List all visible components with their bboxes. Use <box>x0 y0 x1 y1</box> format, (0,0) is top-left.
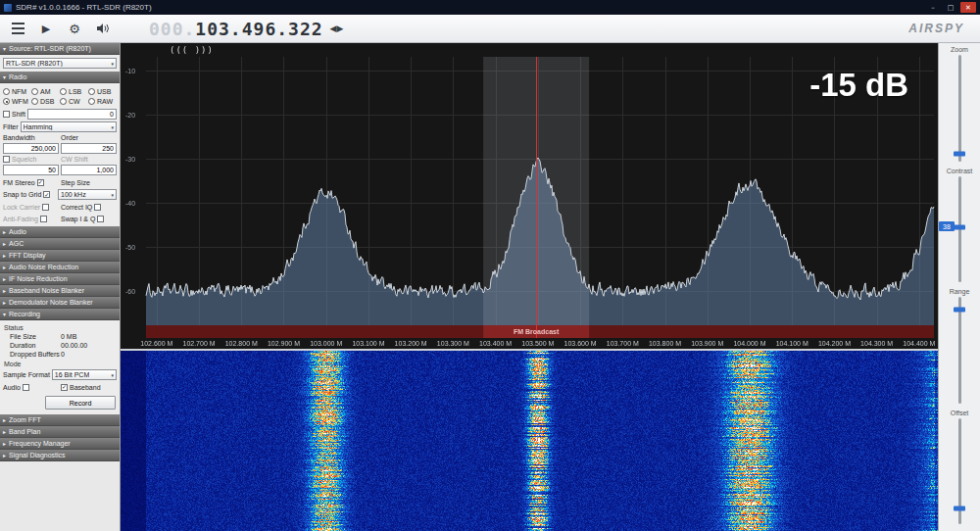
offset-slider[interactable] <box>958 418 961 525</box>
panel-header-signal-diagnostics[interactable]: ▸Signal Diagnostics <box>0 450 120 461</box>
panel-header-fft-display[interactable]: ▸FFT Display <box>0 250 120 262</box>
correct-iq-checkbox[interactable] <box>94 204 101 211</box>
zoom-slider-handle[interactable] <box>954 151 965 156</box>
mode-wfm[interactable]: WFM <box>3 98 31 105</box>
filter-dropdown[interactable]: Hamming ▾ <box>21 121 117 132</box>
bandwidth-order-labels: Bandwidth Order <box>0 133 120 142</box>
recording-panel-body: Status File Size 0 MB Duration 00.00.00 … <box>0 320 120 414</box>
mode-raw[interactable]: RAW <box>88 98 117 105</box>
mode-nfm[interactable]: NFM <box>3 88 31 95</box>
squelch-input[interactable] <box>3 165 59 175</box>
baseband-record-checkbox[interactable] <box>61 384 68 391</box>
maximize-button[interactable]: □ <box>943 2 958 13</box>
step-size-dropdown[interactable]: 100 kHz ▾ <box>58 189 117 200</box>
fm-stereo-checkbox[interactable] <box>37 179 44 186</box>
status-section-label: Status <box>0 322 120 332</box>
snap-to-grid-label: Snap to Grid <box>3 191 41 198</box>
window-title: SDR# v1.0.0.1666 - RTL-SDR (R820T) <box>16 3 152 12</box>
minimize-button[interactable]: – <box>925 2 941 13</box>
mode-label: CW <box>69 98 80 105</box>
record-button-row: Record <box>0 393 120 412</box>
contrast-slider-handle[interactable] <box>954 224 965 229</box>
mode-dsb[interactable]: DSB <box>31 98 60 105</box>
shift-checkbox[interactable] <box>3 111 10 118</box>
audio-record-label: Audio <box>3 384 21 391</box>
audio-record-checkbox[interactable] <box>23 384 29 391</box>
shift-row: Shift <box>0 108 120 121</box>
sample-format-label: Sample Format <box>3 371 50 378</box>
panel-header-audio-noise-reduction[interactable]: ▸Audio Noise Reduction <box>0 262 120 273</box>
audio-baseband-row: Audio Baseband <box>0 381 120 393</box>
mode-usb[interactable]: USB <box>88 88 117 95</box>
panel-header-agc[interactable]: ▸AGC <box>0 238 120 250</box>
chevron-right-icon: ▸ <box>3 416 6 423</box>
dropped-buffers-row: Dropped Buffers 0 <box>0 350 120 359</box>
offset-slider-handle[interactable] <box>954 506 965 510</box>
main-display-area: ((( ))) -15 dB <box>121 43 938 531</box>
sample-format-value: 16 Bit PCM <box>55 371 89 378</box>
panel-header-source[interactable]: ▾ Source: RTL-SDR (R820T) <box>0 43 120 55</box>
bottom-panels: ▸Zoom FFT▸Band Plan▸Frequency Manager▸Si… <box>0 414 120 461</box>
offset-slider-section: Offset <box>939 409 980 530</box>
sample-format-dropdown[interactable]: 16 Bit PCM ▾ <box>52 369 117 380</box>
collapsed-panels: ▸Audio▸AGC▸FFT Display▸Audio Noise Reduc… <box>0 226 120 309</box>
contrast-slider[interactable] <box>958 176 961 283</box>
mode-am[interactable]: AM <box>31 88 60 95</box>
mode-section-label: Mode <box>0 359 120 368</box>
audio-mute-button[interactable] <box>91 18 115 39</box>
bandwidth-input[interactable] <box>3 143 59 154</box>
radio-button-icon <box>3 98 10 105</box>
mode-cw[interactable]: CW <box>60 98 88 105</box>
dropped-buffers-value: 0 <box>61 351 65 358</box>
settings-button[interactable]: ⚙ <box>63 18 86 39</box>
right-panel: 38 ZoomContrastRangeOffset <box>938 43 980 531</box>
panel-header-baseband-noise-blanker[interactable]: ▸Baseband Noise Blanker <box>0 285 120 297</box>
mode-lsb[interactable]: LSB <box>60 88 88 95</box>
squelch-checkbox[interactable] <box>3 156 10 163</box>
zoom-slider[interactable] <box>958 55 961 162</box>
panel-header-label: Audio Noise Reduction <box>9 264 78 270</box>
frequency-step-buttons[interactable]: ◀▶ <box>330 24 344 33</box>
panel-header-label: FFT Display <box>9 252 46 259</box>
dropped-buffers-label: Dropped Buffers <box>10 351 61 358</box>
close-button[interactable]: ✕ <box>960 2 976 13</box>
play-button[interactable]: ▶ <box>34 18 58 39</box>
panel-header-frequency-manager[interactable]: ▸Frequency Manager <box>0 438 120 450</box>
range-slider[interactable] <box>958 297 961 404</box>
radio-panel-body: NFMAMLSBUSBWFMDSBCWRAW Shift Filter Hamm… <box>0 83 120 226</box>
shift-input[interactable] <box>27 109 117 120</box>
content-area: ▾ Source: RTL-SDR (R820T) RTL-SDR (R820T… <box>0 43 980 531</box>
menu-button[interactable] <box>6 18 29 39</box>
panel-header-audio[interactable]: ▸Audio <box>0 226 120 238</box>
frequency-display[interactable]: 000. 103.496.322 <box>149 19 323 39</box>
panel-header-band-plan[interactable]: ▸Band Plan <box>0 426 120 438</box>
waterfall-canvas[interactable] <box>121 351 938 531</box>
squelch-cwshift-inputs <box>0 164 120 176</box>
panel-header-radio[interactable]: ▾ Radio <box>0 72 120 83</box>
sidebar: ▾ Source: RTL-SDR (R820T) RTL-SDR (R820T… <box>0 43 121 531</box>
cw-shift-input[interactable] <box>61 165 117 175</box>
chevron-down-icon: ▾ <box>3 311 6 317</box>
lock-correct-row: Lock Carrier Correct IQ <box>0 201 120 213</box>
swap-iq-checkbox[interactable] <box>97 216 104 222</box>
anti-fading-checkbox[interactable] <box>40 216 47 222</box>
panel-header-recording[interactable]: ▾ Recording <box>0 309 120 320</box>
chevron-down-icon: ▾ <box>111 124 114 130</box>
order-input[interactable] <box>61 143 117 154</box>
chevron-down-icon: ▾ <box>111 61 114 67</box>
lock-carrier-checkbox[interactable] <box>42 204 49 211</box>
mode-label: NFM <box>12 88 26 95</box>
panel-header-demodulator-noise-blanker[interactable]: ▸Demodulator Noise Blanker <box>0 297 120 309</box>
range-slider-handle[interactable] <box>954 308 965 313</box>
filter-value: Hamming <box>24 123 53 130</box>
panel-header-label: Zoom FFT <box>9 416 41 423</box>
speaker-icon <box>96 23 111 34</box>
order-label: Order <box>61 134 117 141</box>
snap-to-grid-checkbox[interactable] <box>43 191 50 198</box>
radio-header-label: Radio <box>9 73 26 80</box>
panel-header-zoom-fft[interactable]: ▸Zoom FFT <box>0 414 120 426</box>
record-button[interactable]: Record <box>45 396 116 410</box>
chevron-right-icon: ▸ <box>3 287 6 294</box>
panel-header-if-noise-reduction[interactable]: ▸IF Noise Reduction <box>0 273 120 285</box>
source-device-dropdown[interactable]: RTL-SDR (R820T) ▾ <box>3 58 117 69</box>
